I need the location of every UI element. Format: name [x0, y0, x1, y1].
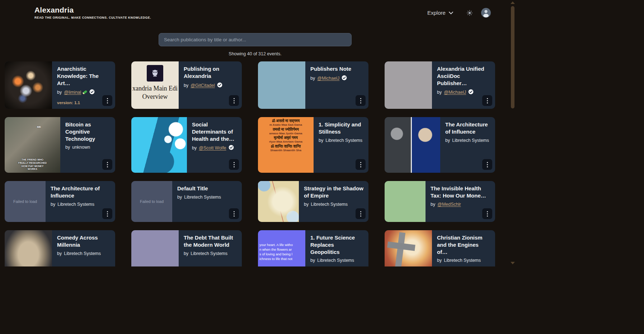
publication-title: Social Determinants of Health and the…: [192, 121, 237, 142]
publication-card[interactable]: METHE FRIEND WHOFINALLY RESEARCHEDHOW FI…: [5, 117, 115, 173]
card-menu-button[interactable]: [229, 95, 239, 106]
version-label: version: 1.1: [57, 101, 80, 105]
scrollbar-thumb[interactable]: [511, 6, 514, 108]
publication-title: 1. Simplicity and Stillness: [319, 121, 363, 135]
avatar-button[interactable]: [481, 8, 491, 18]
author-link[interactable]: @GitCitadel: [191, 83, 215, 88]
excerpt-line: your heart. A life witho: [259, 242, 304, 247]
publication-title: Publishers Note: [310, 65, 363, 73]
author-name: Libretech Systems: [325, 138, 362, 143]
publication-card[interactable]: Alexandria Unified AsciiDoc Publisher…by…: [385, 61, 495, 109]
publication-card[interactable]: Strategy in the Shadow of EmpirebyLibret…: [258, 181, 368, 222]
search-bar: [159, 33, 352, 46]
publication-title: Publishing on Alexandria: [184, 65, 237, 80]
results-status-text: Showing 40 of 312 events.: [159, 51, 352, 56]
explore-menu-button[interactable]: Explore: [427, 8, 454, 17]
politicians-photo: [385, 117, 440, 173]
by-prefix: by: [192, 145, 197, 150]
by-prefix: by: [57, 90, 62, 95]
publication-byline: by@GitCitadel: [184, 82, 237, 89]
publication-card[interactable]: Christian Zionism and the Engines of…byL…: [385, 230, 495, 266]
publication-title: Default Title: [177, 185, 237, 192]
author-name: @Scott Wolfe: [199, 145, 226, 150]
author-name: @MichaelJ: [444, 90, 466, 95]
theme-toggle-button[interactable]: [467, 10, 473, 16]
card-menu-button[interactable]: [229, 159, 239, 170]
alexandria-edition-cover: xandria Main EdiOverview: [131, 61, 179, 109]
verified-badge-icon: [468, 89, 474, 94]
publication-card[interactable]: xandria Main EdiOverviewPublishing on Al…: [131, 61, 242, 109]
publication-card[interactable]: Publishers Noteby@MichaelJ: [258, 61, 368, 109]
publication-card[interactable]: ॐ असतो मा सद्गमयm Asato Maa Sad-Gamaतमसो…: [258, 117, 368, 173]
publication-card[interactable]: The Debt That Built the Modern WorldbyLi…: [131, 230, 242, 266]
publications-grid: Anarchistic Knowledge: The Art…by@limina…: [5, 61, 496, 266]
by-prefix: by: [437, 90, 442, 95]
by-prefix: by: [310, 76, 315, 81]
publication-byline: byLibretech Systems: [177, 195, 237, 200]
card-menu-button[interactable]: [482, 208, 492, 219]
publication-card[interactable]: Social Determinants of Health and the…by…: [131, 117, 242, 173]
verified-badge: [89, 89, 95, 96]
author-link[interactable]: @MedSchlr: [437, 202, 461, 207]
publication-card-body: Strategy in the Shadow of EmpirebyLibret…: [299, 181, 368, 222]
chevron-down-icon: [449, 11, 453, 14]
card-menu-button[interactable]: [102, 95, 112, 106]
search-input[interactable]: [159, 33, 352, 46]
card-menu-button[interactable]: [356, 208, 366, 219]
author-link[interactable]: @Scott Wolfe: [199, 145, 226, 150]
publication-byline: byLibretech Systems: [184, 251, 237, 256]
publication-byline: byLibretech Systems: [304, 202, 363, 207]
publication-byline: by@MichaelJ: [310, 75, 363, 82]
publication-card[interactable]: Failed to loadDefault TitlebyLibretech S…: [131, 181, 242, 222]
verified-badge-icon: [217, 82, 222, 88]
publication-card[interactable]: your heart. A life withon when the flowe…: [258, 230, 368, 266]
scrollbar-up-arrow[interactable]: [511, 1, 515, 4]
card-menu-button[interactable]: [102, 159, 112, 170]
publication-card-body: The Architecture of InfluencebyLibretech…: [440, 117, 495, 173]
mantra-line: मृत्योर्मा अमृतं गमय: [259, 135, 312, 140]
publication-card-body: Publishers Noteby@MichaelJ: [305, 61, 368, 109]
publication-card-body: Anarchistic Knowledge: The Art…by@limina…: [52, 61, 115, 109]
verified-badge: [468, 89, 474, 96]
card-menu-button[interactable]: [356, 159, 366, 170]
card-menu-button[interactable]: [229, 208, 239, 219]
meme-caption-line: WORKS: [5, 168, 60, 171]
publication-card[interactable]: Failed to loadThe Architecture of Influe…: [5, 181, 115, 222]
card-menu-button[interactable]: [102, 208, 112, 219]
mantra-line: तमसो मा ज्योतिर्गमय: [259, 127, 312, 132]
publication-byline: byLibretech Systems: [319, 138, 363, 143]
explore-label: Explore: [427, 10, 446, 16]
failed-to-load-text: Failed to load: [140, 199, 164, 204]
author-link[interactable]: @MichaelJ: [444, 90, 466, 95]
publication-card-body: The Invisible Health Tax: How Our Mone…b…: [426, 181, 495, 222]
brand-block: Alexandria READ THE ORIGINAL. MAKE CONNE…: [34, 6, 151, 19]
publication-title: Strategy in the Shadow of Empire: [304, 185, 363, 199]
cover-text-line: Overview: [131, 93, 179, 101]
scrollbar-down-arrow[interactable]: [511, 262, 515, 264]
verified-badge-icon: [89, 89, 95, 94]
green-crayon-emoji: [83, 90, 88, 94]
by-prefix: by: [177, 195, 182, 200]
greek-bust-photo: [5, 230, 52, 266]
network-fire-artwork: [5, 61, 52, 109]
excerpt-line: s of loving and being l: [259, 252, 304, 256]
app-title: Alexandria: [34, 6, 151, 14]
publication-card[interactable]: Anarchistic Knowledge: The Art…by@limina…: [5, 61, 115, 109]
publication-card-body: Christian Zionism and the Engines of…byL…: [432, 230, 495, 266]
publication-card[interactable]: The Architecture of InfluencebyLibretech…: [385, 117, 495, 173]
card-menu-button[interactable]: [482, 159, 492, 170]
cover-text-line: xandria Main Edi: [131, 84, 179, 93]
plain-gray-cover: [385, 61, 432, 109]
publication-byline: byLibretech Systems: [57, 251, 110, 256]
publication-title: Bitcoin as Cognitive Technology: [65, 121, 110, 142]
card-menu-button[interactable]: [356, 95, 366, 106]
failed-thumbnail: Failed to load: [131, 181, 172, 222]
publication-card[interactable]: Comedy Across MillenniabyLibretech Syste…: [5, 230, 115, 266]
author-name: Libretech Systems: [57, 202, 94, 207]
by-prefix: by: [184, 251, 188, 256]
by-prefix: by: [319, 138, 323, 143]
author-link[interactable]: @MichaelJ: [317, 76, 339, 81]
author-link[interactable]: @liminal: [64, 90, 87, 95]
publication-card[interactable]: The Invisible Health Tax: How Our Mone…b…: [385, 181, 495, 222]
card-menu-button[interactable]: [482, 95, 492, 106]
